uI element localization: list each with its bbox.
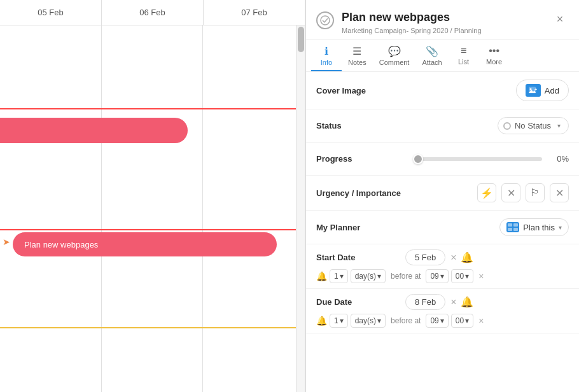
grid-col-2 xyxy=(102,25,204,392)
calendar-body: ➤ Plan new webpages xyxy=(0,25,305,392)
due-min-select[interactable]: 00 ▾ xyxy=(451,314,473,328)
due-days-select[interactable]: day(s) ▾ xyxy=(351,314,386,328)
start-days-select[interactable]: day(s) ▾ xyxy=(351,269,386,283)
plan-this-button[interactable]: Plan this ▾ xyxy=(499,218,569,236)
header-cell-06feb: 06 Feb xyxy=(102,0,204,25)
notes-icon: ☰ xyxy=(352,45,361,57)
svg-point-0 xyxy=(321,16,330,25)
calendar-header: 05 Feb 06 Feb 07 Feb xyxy=(0,0,305,25)
start-date-reminder: 🔔 1 ▾ day(s) ▾ before at 09 ▾ xyxy=(316,269,569,283)
close-button[interactable]: × xyxy=(551,10,569,28)
info-icon: ℹ xyxy=(324,45,328,57)
progress-percent: 0% xyxy=(550,154,569,164)
urgency-lightning-icon[interactable]: ⚡ xyxy=(477,183,496,202)
urgency-icons-area: ⚡ ✕ 🏳 ✕ xyxy=(405,183,569,202)
status-value: No Status ▾ xyxy=(405,117,569,134)
due-date-row-top: Due Date 8 Feb × 🔔 xyxy=(316,294,569,310)
svg-point-3 xyxy=(529,88,531,90)
image-icon: + xyxy=(526,84,541,97)
status-chevron-icon: ▾ xyxy=(557,122,561,129)
svg-text:+: + xyxy=(534,87,537,92)
start-date-section: Start Date 5 Feb × 🔔 🔔 1 ▾ day(s) xyxy=(306,244,579,289)
start-hour-select[interactable]: 09 ▾ xyxy=(426,269,448,283)
status-label: Status xyxy=(316,121,405,130)
panel-title: Plan new webpages xyxy=(342,10,551,25)
start-date-bell-icon[interactable]: 🔔 xyxy=(461,251,473,263)
add-cover-button[interactable]: + Add xyxy=(516,80,569,101)
urgency-row: Urgency / Importance ⚡ ✕ 🏳 ✕ xyxy=(306,176,579,211)
due-num-select[interactable]: 1 ▾ xyxy=(330,314,348,328)
progress-thumb[interactable] xyxy=(413,154,423,164)
scrollbar-thumb xyxy=(298,27,304,52)
start-num-select[interactable]: 1 ▾ xyxy=(330,269,348,283)
calendar-area: 05 Feb 06 Feb 07 Feb xyxy=(0,0,305,392)
planner-chevron-icon: ▾ xyxy=(559,224,562,231)
planner-icon xyxy=(506,222,519,232)
status-badge[interactable]: No Status ▾ xyxy=(498,117,569,134)
panel-header: Plan new webpages Marketing Campaign- Sp… xyxy=(306,0,579,40)
start-reminder-bell-icon: 🔔 xyxy=(316,271,327,281)
tab-attach[interactable]: 📎 Attach xyxy=(415,40,448,71)
urgency-label: Urgency / Importance xyxy=(316,188,405,198)
task-checkbox[interactable] xyxy=(316,11,334,29)
tab-info[interactable]: ℹ Info xyxy=(311,40,342,71)
planner-label: My Planner xyxy=(316,223,405,232)
due-reminder-clear-icon[interactable]: × xyxy=(478,316,484,326)
svg-rect-8 xyxy=(513,228,518,231)
start-date-row-top: Start Date 5 Feb × 🔔 xyxy=(316,249,569,265)
tab-more-label: More xyxy=(486,58,502,66)
status-dot xyxy=(503,122,511,130)
due-reminder-bell-icon: 🔔 xyxy=(316,316,327,326)
svg-rect-6 xyxy=(508,228,512,231)
due-date-clear-icon[interactable]: × xyxy=(450,297,456,308)
calendar-bar-2[interactable]: Plan new webpages xyxy=(13,232,277,256)
status-text: No Status xyxy=(515,121,551,130)
task-panel: Plan new webpages Marketing Campaign- Sp… xyxy=(305,0,579,392)
due-date-reminder: 🔔 1 ▾ day(s) ▾ before at 09 ▾ xyxy=(316,314,569,328)
urgency-flag-icon[interactable]: 🏳 xyxy=(526,183,545,202)
tab-list-label: List xyxy=(458,58,469,66)
start-date-label: Start Date xyxy=(316,253,405,262)
tab-info-label: Info xyxy=(321,59,332,66)
planner-row: My Planner Plan this ▾ xyxy=(306,211,579,244)
yellow-line xyxy=(0,327,296,328)
plan-this-label: Plan this xyxy=(523,223,555,232)
comment-icon: 💬 xyxy=(388,45,401,57)
attach-icon: 📎 xyxy=(426,45,438,57)
header-cell-07feb: 07 Feb xyxy=(204,0,305,25)
urgency-x2-icon[interactable]: ✕ xyxy=(550,183,569,202)
list-icon: ≡ xyxy=(461,45,466,57)
tab-notes[interactable]: ☰ Notes xyxy=(342,40,373,71)
planner-value: Plan this ▾ xyxy=(405,218,569,236)
progress-value-area: 0% xyxy=(405,154,569,164)
progress-label: Progress xyxy=(316,154,405,164)
start-reminder-clear-icon[interactable]: × xyxy=(478,271,484,281)
grid-col-3 xyxy=(203,25,305,392)
calendar-scrollbar[interactable] xyxy=(296,25,305,392)
start-date-controls: 5 Feb × 🔔 xyxy=(405,249,473,265)
calendar-bar-1[interactable] xyxy=(0,118,188,143)
urgency-icons: ⚡ ✕ 🏳 ✕ xyxy=(477,183,569,202)
grid-col-1 xyxy=(0,25,102,392)
panel-subtitle: Marketing Campaign- Spring 2020 / Planni… xyxy=(342,27,551,34)
header-cell-05feb: 05 Feb xyxy=(0,0,102,25)
due-date-section: Due Date 8 Feb × 🔔 🔔 1 ▾ day(s) xyxy=(306,289,579,333)
tab-more[interactable]: ••• More xyxy=(479,40,510,71)
svg-rect-7 xyxy=(513,223,518,227)
start-date-clear-icon[interactable]: × xyxy=(450,252,456,263)
due-date-bell-icon[interactable]: 🔔 xyxy=(461,296,473,308)
progress-track[interactable] xyxy=(413,157,542,161)
tab-list[interactable]: ≡ List xyxy=(449,40,479,71)
progress-row: Progress 0% xyxy=(306,143,579,176)
due-date-label: Due Date xyxy=(316,297,405,307)
due-hour-select[interactable]: 09 ▾ xyxy=(426,314,448,328)
due-date-controls: 8 Feb × 🔔 xyxy=(405,294,473,310)
start-date-badge[interactable]: 5 Feb xyxy=(405,249,445,265)
tab-comment[interactable]: 💬 Comment xyxy=(373,40,416,71)
red-line-mid xyxy=(0,229,296,230)
add-label: Add xyxy=(545,86,559,95)
start-min-select[interactable]: 00 ▾ xyxy=(451,269,473,283)
tab-comment-label: Comment xyxy=(379,59,410,66)
urgency-x-icon[interactable]: ✕ xyxy=(501,183,520,202)
due-date-badge[interactable]: 8 Feb xyxy=(405,294,445,310)
